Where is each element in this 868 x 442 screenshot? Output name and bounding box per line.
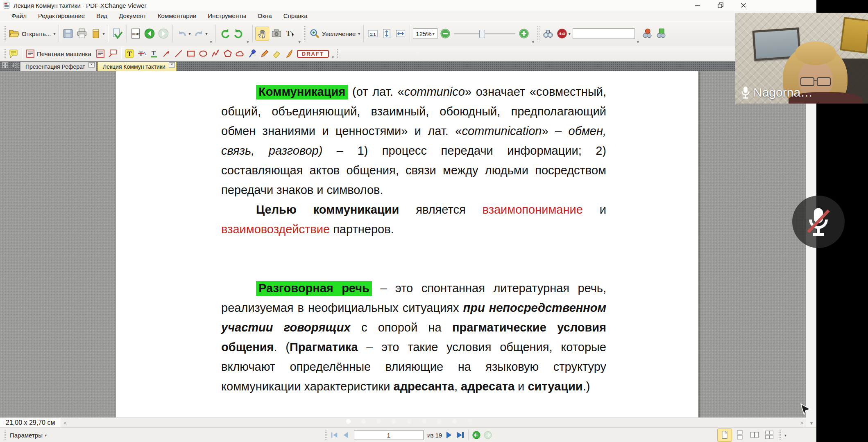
menu-item-1[interactable]: Файл — [6, 11, 32, 20]
search-next-button[interactable] — [641, 27, 654, 40]
search-input[interactable] — [573, 28, 635, 39]
cloud-tool-button[interactable] — [234, 48, 246, 59]
chevron-down-icon[interactable]: ▾ — [784, 433, 786, 437]
tab-close-icon[interactable]: ✕ — [88, 62, 95, 68]
email-button[interactable] — [111, 27, 124, 40]
select-text-button[interactable]: T — [284, 27, 297, 40]
textbox-button[interactable] — [95, 48, 106, 59]
tab-close-icon[interactable]: ✕ — [169, 62, 175, 68]
chevron-down-icon[interactable]: ▾ — [102, 32, 104, 36]
tile-windows-icon[interactable] — [2, 62, 8, 70]
params-button[interactable]: Параметры▾ — [8, 431, 48, 440]
tab-list-icon[interactable] — [11, 62, 19, 70]
menu-item-5[interactable]: Комментарии — [152, 11, 202, 20]
document-tab-2[interactable]: Лекция Коммун тактики✕ — [97, 62, 177, 71]
underline-text-button[interactable]: T — [148, 48, 160, 59]
line-tool-button[interactable] — [173, 48, 184, 59]
eraser-tool-button[interactable] — [271, 48, 283, 59]
polygon-tool-button[interactable] — [222, 48, 233, 59]
zoom-level-combo[interactable]: 125%▾ — [413, 28, 437, 39]
zoom-slider-thumb[interactable] — [479, 30, 485, 38]
mic-muted-button[interactable] — [792, 196, 845, 248]
draft-stamp-button[interactable]: DRAFT — [297, 50, 329, 58]
go-back-button[interactable] — [143, 27, 156, 40]
overflow-toggle[interactable]: ▾ — [247, 40, 249, 46]
fit-page-button[interactable] — [380, 27, 393, 40]
facing-continuous-view-button[interactable] — [762, 429, 776, 441]
menu-item-7[interactable]: Окна — [252, 11, 278, 20]
vertical-scrollbar[interactable]: ▾ — [806, 71, 817, 428]
scroll-right-icon[interactable]: > — [798, 420, 806, 426]
document-view[interactable]: Коммуникация (от лат. «communico» означа… — [0, 71, 806, 417]
page-number-input[interactable]: 1 — [354, 430, 424, 440]
polyline-tool-button[interactable] — [210, 48, 221, 59]
webcam-video[interactable]: Nagorna… — [735, 13, 868, 104]
highlight-text-button[interactable]: T — [124, 48, 135, 59]
overflow-toggle[interactable]: ▾ — [210, 40, 212, 46]
overflow-toggle[interactable]: ▾ — [637, 40, 639, 46]
sticky-note-button[interactable] — [8, 48, 19, 59]
overflow-toggle[interactable]: ▾ — [299, 40, 301, 46]
overflow-toggle[interactable]: ▾ — [332, 55, 334, 61]
restore-button[interactable] — [709, 0, 732, 11]
menu-item-2[interactable]: Редактирование — [32, 11, 91, 20]
scroll-left-icon[interactable]: < — [61, 420, 69, 426]
redo-button[interactable]: ▾ — [193, 27, 209, 40]
chevron-down-icon[interactable]: ▾ — [45, 433, 47, 437]
rectangle-tool-button[interactable] — [185, 48, 197, 59]
actual-size-button[interactable]: 1:1 — [366, 27, 379, 40]
chevron-down-icon[interactable]: ▾ — [358, 32, 360, 36]
callout-button[interactable] — [107, 48, 118, 59]
document-tab-1[interactable]: Презентация Реферат✕ — [20, 62, 96, 71]
close-button[interactable] — [732, 0, 755, 11]
scroll-down-icon[interactable]: ▾ — [806, 420, 817, 426]
chevron-down-icon[interactable]: ▾ — [433, 32, 435, 36]
single-page-view-button[interactable] — [717, 428, 732, 442]
zoom-slider[interactable] — [454, 28, 515, 39]
previous-page-button[interactable] — [340, 430, 351, 440]
print-button[interactable] — [75, 27, 88, 40]
snapshot-button[interactable] — [270, 27, 283, 40]
overflow-toggle[interactable]: ▾ — [532, 40, 534, 46]
menu-item-3[interactable]: Вид — [91, 11, 113, 20]
go-forward-button[interactable] — [157, 27, 170, 40]
zoom-tool-button[interactable]: Увеличение▾ — [308, 27, 361, 40]
chevron-down-icon[interactable]: ▾ — [206, 32, 208, 36]
zoom-out-button[interactable] — [439, 27, 452, 40]
hand-tool-button[interactable] — [255, 27, 269, 41]
search-prev-button[interactable] — [655, 27, 668, 40]
save-button[interactable] — [61, 27, 75, 40]
chevron-down-icon[interactable]: ▾ — [188, 32, 190, 36]
menu-item-6[interactable]: Инструменты — [202, 11, 252, 20]
attach-pin-button[interactable] — [247, 48, 258, 59]
arrow-tool-button[interactable] — [161, 48, 172, 59]
last-page-button[interactable] — [455, 430, 466, 440]
continuous-view-button[interactable] — [733, 429, 747, 441]
minimize-button[interactable] — [686, 0, 709, 11]
zoom-in-button[interactable] — [517, 27, 530, 40]
open-button[interactable]: Открыть...▾ — [8, 27, 56, 40]
rotate-cw-button[interactable] — [232, 27, 245, 40]
ask-button[interactable]: Ask▾ — [555, 27, 571, 40]
fit-width-button[interactable] — [394, 27, 407, 40]
pencil-tool-button[interactable] — [259, 48, 270, 59]
typewriter-button[interactable]: Печатная машинка — [25, 48, 94, 59]
undo-button[interactable]: ▾ — [175, 27, 191, 40]
exclusive-mode-button[interactable]: ▾ — [783, 432, 787, 438]
strikeout-text-button[interactable]: T — [136, 48, 147, 59]
export-button[interactable]: ▾ — [89, 27, 105, 40]
rotate-ccw-button[interactable] — [218, 27, 231, 40]
chevron-down-icon[interactable]: ▾ — [53, 32, 55, 36]
menu-item-8[interactable]: Справка — [278, 11, 313, 20]
ocr-button[interactable]: OCR — [129, 27, 142, 40]
oval-tool-button[interactable] — [197, 48, 209, 59]
brush-tool-button[interactable] — [283, 48, 295, 59]
history-back-button[interactable] — [471, 430, 482, 440]
search-button[interactable] — [542, 27, 555, 40]
facing-pages-view-button[interactable] — [748, 429, 761, 441]
history-forward-button[interactable] — [483, 430, 493, 440]
menu-item-4[interactable]: Документ — [113, 11, 152, 20]
chevron-down-icon[interactable]: ▾ — [569, 32, 571, 36]
first-page-button[interactable] — [329, 430, 340, 440]
next-page-button[interactable] — [444, 430, 454, 440]
